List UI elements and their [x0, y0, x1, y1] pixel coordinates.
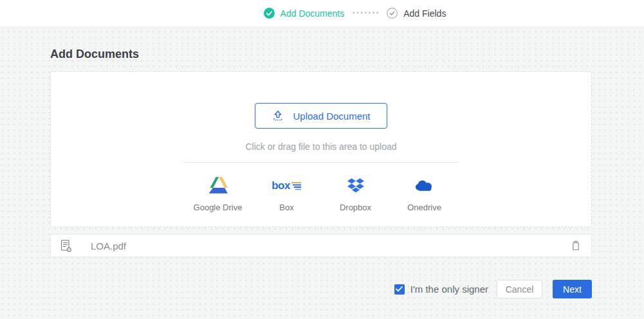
- upload-drop-zone[interactable]: Upload Document Click or drag file to th…: [50, 71, 592, 227]
- stepper-step-add-fields[interactable]: Add Fields: [387, 8, 446, 19]
- file-name: LOA.pdf: [91, 241, 126, 251]
- onedrive-icon: [415, 174, 434, 196]
- upload-icon: [271, 109, 284, 122]
- stepper-dots: •••••••: [353, 8, 380, 19]
- provider-label: Box: [279, 203, 293, 212]
- dropbox-icon: [347, 174, 364, 196]
- footer-actions: I'm the only signer Cancel Next: [50, 280, 592, 298]
- upload-document-button[interactable]: Upload Document: [255, 103, 387, 129]
- only-signer-checkbox[interactable]: [394, 284, 405, 295]
- page-title: Add Documents: [50, 48, 592, 60]
- provider-label: Google Drive: [194, 203, 243, 212]
- provider-label: Onedrive: [407, 203, 441, 212]
- upload-button-label: Upload Document: [293, 111, 370, 122]
- provider-label: Dropbox: [340, 203, 371, 212]
- provider-dropbox[interactable]: Dropbox: [321, 174, 390, 212]
- check-circle-outline-icon: [387, 8, 398, 19]
- stepper-step-add-documents[interactable]: Add Documents: [264, 8, 345, 19]
- checkbox-check-icon: [396, 286, 403, 292]
- box-wordmark: box: [271, 180, 290, 191]
- box-icon: box: [271, 174, 302, 196]
- document-icon: [60, 239, 71, 252]
- step-label: Add Documents: [281, 8, 345, 19]
- uploaded-file-row: LOA.pdf: [50, 234, 592, 257]
- delete-file-button[interactable]: [570, 239, 582, 252]
- step-label: Add Fields: [403, 8, 446, 19]
- upload-hint-text: Click or drag file to this area to uploa…: [245, 140, 396, 153]
- provider-onedrive[interactable]: Onedrive: [390, 174, 459, 212]
- main-content: Add Documents Upload Document Click or d…: [0, 48, 644, 298]
- top-bar: Add Documents ••••••• Add Fields: [0, 0, 644, 27]
- check-circle-filled-icon: [264, 8, 275, 19]
- only-signer-label[interactable]: I'm the only signer: [410, 284, 488, 295]
- provider-box[interactable]: box Box: [252, 174, 321, 212]
- next-button[interactable]: Next: [553, 280, 592, 298]
- divider: [183, 162, 459, 163]
- cancel-button[interactable]: Cancel: [497, 280, 542, 298]
- cloud-providers-row: Google Drive box Box: [183, 174, 459, 212]
- trash-icon: [571, 241, 580, 251]
- google-drive-icon: [208, 174, 228, 196]
- wizard-stepper: Add Documents ••••••• Add Fields: [264, 8, 446, 19]
- provider-google-drive[interactable]: Google Drive: [183, 174, 252, 212]
